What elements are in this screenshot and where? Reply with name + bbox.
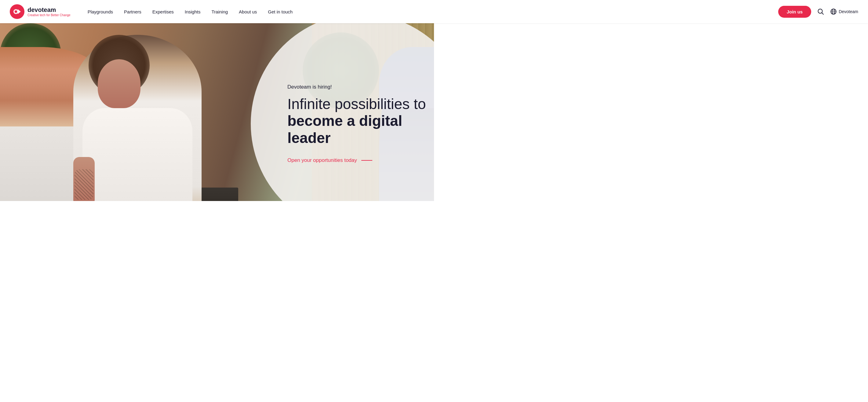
hero-title-line2: become a digital leader	[287, 113, 402, 146]
nav-item-about-us[interactable]: About us	[234, 7, 262, 17]
nav-item-partners[interactable]: Partners	[119, 7, 146, 17]
nav-item-get-in-touch[interactable]: Get in touch	[263, 7, 298, 17]
svg-marker-1	[18, 9, 21, 14]
hero-title: Infinite possibilities to become a digit…	[287, 96, 434, 146]
logo[interactable]: devoteam Creative tech for Better Change	[10, 4, 70, 19]
hero-cta-label: Open your opportunities today	[287, 157, 357, 163]
logo-text: devoteam Creative tech for Better Change	[28, 6, 70, 17]
logo-name: devoteam	[28, 6, 70, 13]
hero-section: Devoteam is hiring! Infinite possibiliti…	[0, 23, 434, 201]
main-nav: Playgrounds Partners Expertises Insights…	[83, 7, 434, 17]
nav-item-playgrounds[interactable]: Playgrounds	[83, 7, 118, 17]
hero-cta-link[interactable]: Open your opportunities today	[287, 157, 434, 163]
svg-point-2	[15, 10, 17, 13]
hero-title-line1: Infinite possibilities to	[287, 96, 426, 112]
nav-item-expertises[interactable]: Expertises	[148, 7, 179, 17]
logo-icon	[10, 4, 25, 19]
cta-line-icon	[361, 160, 372, 161]
logo-tagline: Creative tech for Better Change	[28, 13, 70, 17]
person-center	[73, 35, 202, 201]
header: devoteam Creative tech for Better Change…	[0, 0, 434, 23]
hiring-label: Devoteam is hiring!	[287, 84, 434, 90]
nav-item-insights[interactable]: Insights	[180, 7, 206, 17]
nav-item-training[interactable]: Training	[207, 7, 233, 17]
